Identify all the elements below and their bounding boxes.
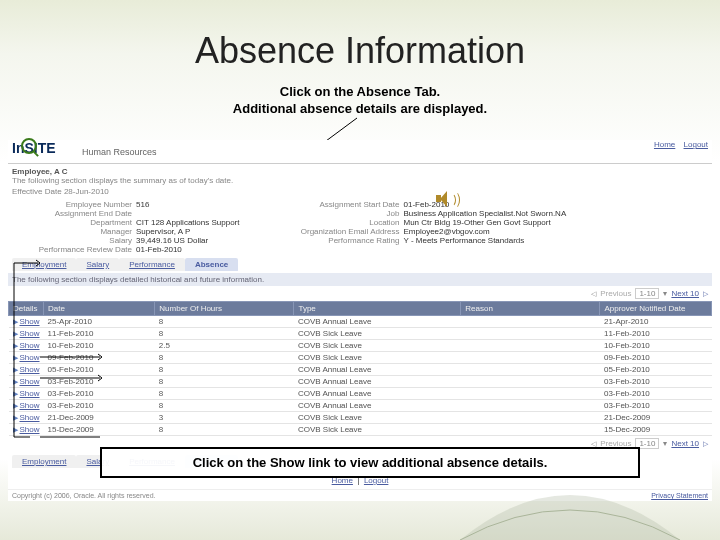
cell-type: COVB Annual Leave	[294, 316, 461, 328]
label-job: Job	[279, 209, 403, 218]
expand-icon: ▶	[13, 390, 18, 397]
show-link[interactable]: Show	[20, 329, 40, 338]
label-dept: Department	[12, 218, 136, 227]
show-link[interactable]: Show	[20, 389, 40, 398]
label-end-date: Assignment End Date	[12, 209, 136, 218]
label-start: Assignment Start Date	[279, 200, 403, 209]
effective-date: Effective Date 28-Jun-2010	[8, 187, 712, 198]
label-rating: Performance Rating	[279, 236, 403, 245]
cell-hours: 8	[155, 316, 294, 328]
cell-date: 03-Feb-2010	[44, 400, 155, 412]
cell-date: 25-Apr-2010	[44, 316, 155, 328]
cell-hours: 3	[155, 412, 294, 424]
show-link[interactable]: Show	[20, 413, 40, 422]
top-links: Home Logout	[648, 140, 708, 149]
prev-link: Previous	[600, 289, 631, 298]
show-link[interactable]: Show	[20, 317, 40, 326]
next-link[interactable]: Next 10	[671, 439, 699, 448]
col-reason: Reason	[461, 302, 600, 316]
show-link[interactable]: Show	[20, 365, 40, 374]
value-rating: Y - Meets Performance Standards	[403, 236, 524, 245]
show-link[interactable]: Show	[20, 353, 40, 362]
cell-date: 11-Feb-2010	[44, 328, 155, 340]
expand-icon: ▶	[13, 366, 18, 373]
label-salary: Salary	[12, 236, 136, 245]
value-dept: CIT 128 Applications Support	[136, 218, 239, 227]
pager-top: ◁ Previous 1-10 ▾ Next 10 ▷	[8, 286, 712, 301]
cell-date: 05-Feb-2010	[44, 364, 155, 376]
logout-link[interactable]: Logout	[684, 140, 708, 149]
cell-reason	[461, 316, 600, 328]
col-details: Details	[9, 302, 44, 316]
tab-salary[interactable]: Salary	[76, 258, 119, 271]
cell-date: 03-Feb-2010	[44, 388, 155, 400]
cell-approver: 09-Feb-2010	[600, 352, 712, 364]
cell-type: COVB Annual Leave	[294, 376, 461, 388]
table-row: ▶Show11-Feb-20108COVB Sick Leave11-Feb-2…	[9, 328, 712, 340]
table-row: ▶Show03-Feb-20108COVB Annual Leave03-Feb…	[9, 400, 712, 412]
value-job: Business Application Specialist.Not Swor…	[403, 209, 566, 218]
cell-reason	[461, 376, 600, 388]
table-row: ▶Show09-Feb-20108COVB Sick Leave09-Feb-2…	[9, 352, 712, 364]
cell-type: COVB Annual Leave	[294, 364, 461, 376]
subtitle-line-2: Additional absence details are displayed…	[233, 101, 487, 116]
expand-icon: ▶	[13, 402, 18, 409]
show-link[interactable]: Show	[20, 425, 40, 434]
value-email: Employee2@vbgov.com	[403, 227, 489, 236]
cell-hours: 8	[155, 364, 294, 376]
cell-approver: 21-Apr-2010	[600, 316, 712, 328]
show-link[interactable]: Show	[20, 377, 40, 386]
select-arrow-icon: ▾	[663, 289, 667, 298]
privacy-link[interactable]: Privacy Statement	[651, 492, 708, 499]
absence-table: Details Date Number Of Hours Type Reason…	[8, 301, 712, 436]
cell-hours: 8	[155, 388, 294, 400]
module-label: Human Resources	[82, 147, 157, 157]
cell-reason	[461, 388, 600, 400]
cell-approver: 05-Feb-2010	[600, 364, 712, 376]
show-link[interactable]: Show	[20, 401, 40, 410]
label-mgr: Manager	[12, 227, 136, 236]
cell-hours: 8	[155, 376, 294, 388]
cell-approver: 11-Feb-2010	[600, 328, 712, 340]
slide-title: Absence Information	[0, 0, 720, 72]
table-row: ▶Show25-Apr-20108COVB Annual Leave21-Apr…	[9, 316, 712, 328]
col-date: Date	[44, 302, 155, 316]
cell-hours: 2.5	[155, 340, 294, 352]
col-hours: Number Of Hours	[155, 302, 294, 316]
cell-reason	[461, 424, 600, 436]
expand-icon: ▶	[13, 342, 18, 349]
cell-reason	[461, 340, 600, 352]
cell-date: 10-Feb-2010	[44, 340, 155, 352]
table-row: ▶Show10-Feb-20102.5COVB Sick Leave10-Feb…	[9, 340, 712, 352]
expand-icon: ▶	[13, 354, 18, 361]
prev-icon: ◁	[591, 290, 596, 298]
home-link[interactable]: Home	[654, 140, 675, 149]
next-icon: ▷	[703, 440, 708, 448]
expand-icon: ▶	[13, 378, 18, 385]
cell-date: 15-Dec-2009	[44, 424, 155, 436]
tab-absence[interactable]: Absence	[185, 258, 238, 271]
next-link[interactable]: Next 10	[671, 289, 699, 298]
tab-performance[interactable]: Performance	[119, 258, 185, 271]
bottom-callout: Click on the Show link to view additiona…	[100, 447, 640, 478]
cell-date: 03-Feb-2010	[44, 376, 155, 388]
cell-type: COVB Annual Leave	[294, 388, 461, 400]
table-row: ▶Show05-Feb-20108COVB Annual Leave05-Feb…	[9, 364, 712, 376]
label-emp-no: Employee Number	[12, 200, 136, 209]
value-salary: 39,449.16 US Dollar	[136, 236, 208, 245]
page-range[interactable]: 1-10	[635, 288, 659, 299]
value-loc: Mun Ctr Bldg 19-Other Gen Govt Support	[403, 218, 550, 227]
show-link[interactable]: Show	[20, 341, 40, 350]
summary-note: The following section displays the summa…	[8, 176, 712, 187]
cell-hours: 8	[155, 400, 294, 412]
tab-employment[interactable]: Employment	[12, 258, 76, 271]
cell-reason	[461, 352, 600, 364]
tabs-top: Employment Salary Performance Absence	[8, 256, 712, 273]
cell-type: COVB Sick Leave	[294, 340, 461, 352]
tab-employment[interactable]: Employment	[12, 455, 76, 468]
cell-type: COVB Sick Leave	[294, 352, 461, 364]
value-start: 01-Feb-2010	[403, 200, 449, 209]
cell-approver: 03-Feb-2010	[600, 388, 712, 400]
col-approver: Approver Notified Date	[600, 302, 712, 316]
cell-date: 09-Feb-2010	[44, 352, 155, 364]
